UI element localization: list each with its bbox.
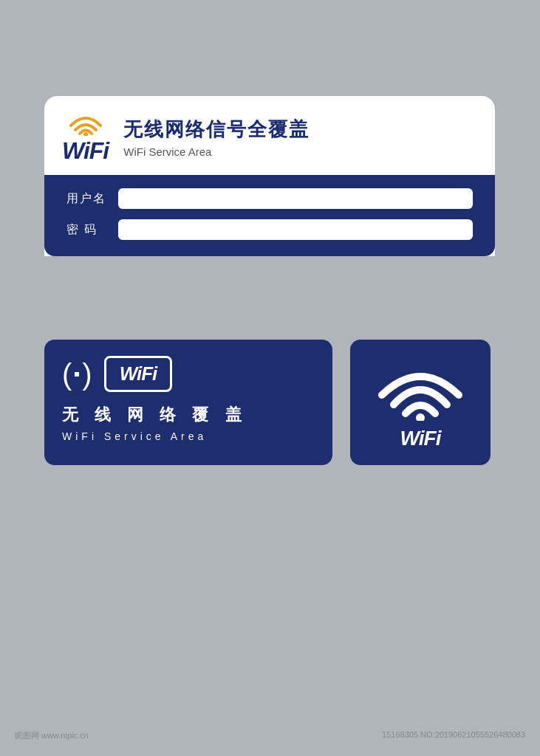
left-panel: ( ) WiFi 无 线 网 络 覆 盖 WiFi Service Area [44, 340, 332, 465]
bottom-section: ( ) WiFi 无 线 网 络 覆 盖 WiFi Service Area [44, 340, 495, 465]
right-panel: WiFi [350, 340, 491, 465]
main-title-cn: 无线网络信号全覆盖 [123, 117, 310, 142]
svg-point-0 [83, 132, 88, 136]
username-row: 用户名 [66, 188, 473, 209]
wifi-text-logo: WiFi [62, 137, 109, 165]
bottom-cn-text: 无 线 网 络 覆 盖 [62, 404, 247, 426]
bottom-en-text: WiFi Service Area [62, 430, 207, 442]
wifi-logo-area: WiFi [62, 109, 109, 165]
watermark: 昵图网 www.nipic.cn 15168305 NO:20190621055… [0, 730, 540, 741]
top-wifi-card: WiFi 无线网络信号全覆盖 WiFi Service Area 用户名 密 码 [44, 96, 495, 256]
wifi-signal-orange-icon [68, 109, 103, 136]
username-label: 用户名 [66, 191, 111, 207]
password-value-box [118, 219, 473, 240]
big-wifi-label: WiFi [400, 427, 441, 450]
watermark-right: 15168305 NO:20190621055526480083 [382, 730, 525, 741]
left-top-row: ( ) WiFi [62, 356, 172, 392]
wifi-button-label: WiFi [104, 356, 173, 392]
signal-center [75, 372, 79, 377]
password-label: 密 码 [66, 222, 111, 238]
card-header: WiFi 无线网络信号全覆盖 WiFi Service Area [44, 96, 495, 175]
signal-brackets-icon: ( ) [62, 360, 92, 389]
username-value-box [118, 188, 473, 209]
watermark-left: 昵图网 www.nipic.cn [15, 730, 89, 741]
card-body: 用户名 密 码 [44, 175, 495, 256]
password-row: 密 码 [66, 219, 473, 240]
svg-point-1 [416, 413, 425, 421]
main-title-en: WiFi Service Area [123, 145, 310, 158]
header-title-area: 无线网络信号全覆盖 WiFi Service Area [123, 117, 310, 158]
big-wifi-icon [376, 354, 465, 421]
